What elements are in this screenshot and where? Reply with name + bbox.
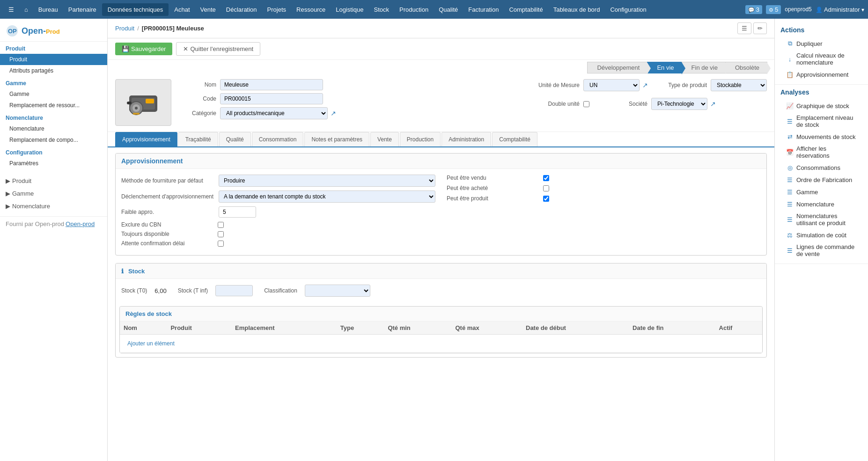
pipeline-step-envie[interactable]: En vie — [647, 62, 682, 73]
nav-ressource[interactable]: Ressource — [292, 3, 330, 16]
sidebar-expand-nomenclature[interactable]: ▶ Nomenclature — [0, 200, 107, 212]
nav-achat[interactable]: Achat — [169, 3, 194, 16]
analyse-reservations[interactable]: 📅 Afficher les réservations — [780, 143, 862, 161]
pipeline-step-fin-de-vie[interactable]: Fin de vie — [682, 62, 726, 73]
tabs: Approvisionnement Traçabilité Qualité Co… — [108, 132, 774, 147]
analyses-title: Analyses — [775, 85, 868, 98]
tab-consommation[interactable]: Consommation — [252, 132, 304, 146]
declenchement-label: Déclenchement d'approvisionnement — [121, 193, 215, 200]
nav-facturation[interactable]: Facturation — [463, 3, 503, 16]
sidebar-expand-gamme[interactable]: ▶ Gamme — [0, 187, 107, 200]
faible-appro-input[interactable] — [219, 206, 256, 218]
pipeline-step-developpement[interactable]: Développement — [587, 62, 647, 73]
type-produit-select[interactable]: Stockable — [711, 79, 767, 91]
tab-administration[interactable]: Administration — [441, 132, 491, 146]
peut-achete-field: Peut être acheté — [447, 185, 761, 191]
analyse-emplacement[interactable]: ☰ Emplacement niveau de stock — [780, 112, 862, 131]
discard-button[interactable]: ✕ Quitter l'enregistrement — [176, 42, 260, 56]
breadcrumb-parent[interactable]: Produit — [115, 25, 134, 32]
tab-comptabilite[interactable]: Comptabilité — [492, 132, 537, 146]
nav-qualite[interactable]: Qualité — [434, 3, 463, 16]
list-view-button[interactable]: ☰ — [737, 22, 751, 34]
edit-view-button[interactable]: ✏ — [753, 22, 767, 34]
col-actif: Actif — [715, 322, 762, 335]
sidebar-item-remplacement-compo[interactable]: Remplacement de compo... — [0, 134, 107, 146]
gear-badge[interactable]: ⚙ 5 — [766, 5, 781, 14]
nav-tableaux[interactable]: Tableaux de bord — [549, 3, 605, 16]
nav-bureau[interactable]: Bureau — [34, 3, 63, 16]
analyse-simulation-cout[interactable]: ⚖ Simulation de coût — [780, 229, 862, 241]
sidebar-item-produit[interactable]: Produit — [0, 54, 107, 65]
analyse-nomenclature[interactable]: ☰ Nomenclature — [780, 198, 862, 210]
methode-select[interactable]: Produire — [219, 175, 435, 187]
svg-point-6 — [135, 107, 138, 110]
nav-logistique[interactable]: Logistique — [331, 3, 368, 16]
sidebar-item-parametres[interactable]: Paramètres — [0, 158, 107, 169]
categorie-select[interactable]: All products/mecanique — [220, 107, 328, 119]
analyse-nomenclatures-utilisant[interactable]: ☰ Nomenclatures utilisant ce produit — [780, 210, 862, 229]
nom-input[interactable] — [220, 79, 323, 90]
attente-checkbox[interactable] — [218, 241, 224, 247]
svg-rect-9 — [133, 113, 140, 115]
sidebar-item-gamme[interactable]: Gamme — [0, 88, 107, 100]
tab-tracabilite[interactable]: Traçabilité — [178, 132, 218, 146]
categorie-external-link[interactable]: ↗ — [330, 110, 337, 117]
menu-icon[interactable]: ☰ — [4, 3, 19, 16]
nav-configuration[interactable]: Configuration — [605, 3, 651, 16]
nav-partenaire[interactable]: Partenaire — [64, 3, 101, 16]
pipeline-step-obsolete[interactable]: Obsolète — [725, 62, 767, 73]
nav-production[interactable]: Production — [395, 3, 433, 16]
tab-vente[interactable]: Vente — [370, 132, 399, 146]
analyse-ordre-fabrication[interactable]: ☰ Ordre de Fabrication — [780, 174, 862, 186]
add-element-link[interactable]: Ajouter un élément — [124, 337, 178, 350]
societe-external-link[interactable]: ↗ — [709, 100, 717, 108]
action-approvisionnement[interactable]: 📋 Approvisionnement — [780, 68, 862, 80]
username[interactable]: openprod5 — [785, 6, 811, 13]
analyse-graphique[interactable]: 📈 Graphique de stock — [780, 100, 862, 112]
societe-select[interactable]: Pi-Technologie — [651, 98, 707, 110]
tab-production[interactable]: Production — [400, 132, 441, 146]
exclure-cbn-checkbox[interactable] — [218, 222, 224, 228]
peut-vendu-checkbox[interactable] — [543, 175, 549, 181]
peut-achete-checkbox[interactable] — [543, 185, 549, 191]
toujours-dispo-label: Toujours disponible — [121, 231, 215, 237]
nav-vente[interactable]: Vente — [196, 3, 221, 16]
col-date-fin: Date de fin — [629, 322, 715, 335]
nav-comptabilite[interactable]: Comptabilité — [504, 3, 547, 16]
save-button[interactable]: 💾 Sauvegarder — [115, 43, 172, 55]
tab-qualite[interactable]: Qualité — [219, 132, 251, 146]
home-icon[interactable]: ⌂ — [20, 3, 33, 16]
analyse-lignes-commande[interactable]: ☰ Lignes de commande de vente — [780, 241, 862, 260]
tab-notes[interactable]: Notes et paramètres — [304, 132, 369, 146]
analyse-gamme[interactable]: ☰ Gamme — [780, 186, 862, 198]
unite-select[interactable]: UN — [583, 79, 640, 91]
footer-link[interactable]: Open-prod — [66, 220, 95, 227]
admin-label[interactable]: 👤 Administrator ▾ — [816, 6, 864, 13]
classification-select[interactable] — [305, 285, 370, 297]
col-date-debut: Date de début — [522, 322, 629, 335]
stock-tinf-input[interactable] — [215, 285, 253, 296]
nav-donnees-techniques[interactable]: Données techniques — [102, 3, 169, 16]
double-unite-checkbox[interactable] — [583, 101, 589, 107]
unite-external-link[interactable]: ↗ — [641, 81, 649, 89]
tab-approvisionnement[interactable]: Approvisionnement — [115, 132, 177, 146]
nav-projets[interactable]: Projets — [263, 3, 291, 16]
action-dupliquer[interactable]: ⧉ Dupliquer — [780, 37, 862, 50]
sidebar-item-nomenclature[interactable]: Nomenclature — [0, 123, 107, 134]
nav-declaration[interactable]: Déclaration — [221, 3, 262, 16]
action-calcul-niveaux[interactable]: ↓ Calcul niveaux de nomenclature — [780, 50, 862, 68]
sidebar-item-remplacement-ressource[interactable]: Remplacement de ressour... — [0, 100, 107, 111]
message-badge[interactable]: 💬 3 — [745, 5, 762, 14]
main-container: OP Open-Prod Produit Produit Attributs p… — [0, 19, 868, 461]
code-input[interactable] — [220, 93, 323, 104]
sidebar-expand-produit[interactable]: ▶ Produit — [0, 175, 107, 187]
analyse-mouvements[interactable]: ⇄ Mouvements de stock — [780, 131, 862, 143]
product-image[interactable] — [115, 79, 171, 126]
peut-produit-checkbox[interactable] — [543, 196, 549, 202]
nav-stock[interactable]: Stock — [369, 3, 394, 16]
approvisionnement-body: Méthode de fourniture par défaut Produir… — [116, 169, 766, 255]
toujours-dispo-checkbox[interactable] — [218, 231, 224, 237]
analyse-consommations[interactable]: ◎ Consommations — [780, 161, 862, 174]
declenchement-select[interactable]: A la demande en tenant compte du stock — [219, 190, 435, 203]
sidebar-item-attributs[interactable]: Attributs partagés — [0, 65, 107, 76]
